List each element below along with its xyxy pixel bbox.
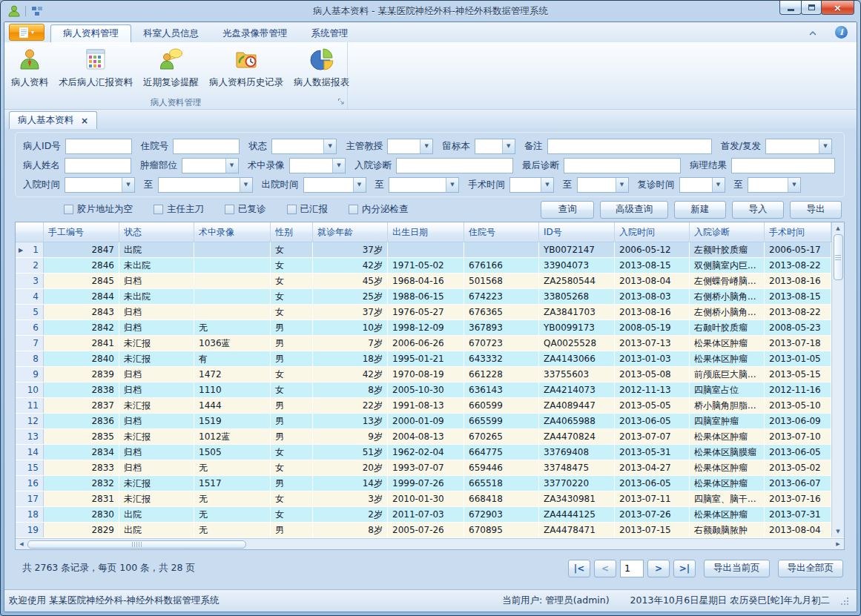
column-header[interactable]: 入院时间 [615, 222, 690, 242]
column-header[interactable]: 性别 [271, 222, 313, 242]
table-row[interactable]: 62842归档无男10岁1998-12-09367893YB0099173200… [16, 320, 831, 336]
table-row[interactable]: 102838归档1110女8岁2005-10-30636143ZA4214073… [16, 382, 831, 398]
checkbox-film-address-empty[interactable]: 胶片地址为空 [64, 203, 133, 216]
status-combo[interactable]: ▼ [271, 139, 337, 154]
column-header[interactable]: 住院号 [464, 222, 539, 242]
app-logo-icon[interactable] [7, 4, 22, 19]
table-row[interactable]: 42844未出院女25岁1988-06-15674223338052682013… [16, 289, 831, 305]
discharge-date-to-picker[interactable]: ▼ [389, 177, 459, 193]
table-row[interactable]: 162832未汇报1517男14岁1999-07-266655183377022… [16, 476, 831, 491]
first-page-button[interactable]: |< [568, 560, 590, 577]
table-row[interactable]: 72841未汇报1036蓝男7岁2006-06-26670723QA002552… [16, 336, 831, 351]
professor-combo[interactable]: ▼ [387, 139, 433, 154]
chevron-down-icon[interactable]: ▼ [240, 178, 252, 192]
resize-grip[interactable] [840, 597, 849, 606]
column-header[interactable]: 手术时间 [765, 222, 831, 242]
first-recur-combo[interactable]: ▼ [765, 139, 832, 154]
chevron-down-icon[interactable]: ▼ [122, 178, 134, 192]
chevron-down-icon[interactable]: ▼ [819, 139, 831, 153]
patient-history-button[interactable]: 病人资料历史记录 [204, 45, 288, 91]
admit-date-from-picker[interactable]: ▼ [65, 177, 135, 193]
horizontal-scrollbar-thumb[interactable] [27, 540, 246, 549]
checkbox-icon[interactable] [287, 205, 297, 214]
pathology-input[interactable] [731, 158, 835, 173]
checkbox-icon[interactable] [225, 205, 234, 214]
surgery-date-to-picker[interactable]: ▼ [577, 177, 629, 193]
chevron-down-icon[interactable]: ▼ [332, 159, 345, 173]
checkbox-revisited[interactable]: 已复诊 [225, 203, 266, 216]
admission-no-input[interactable] [173, 139, 240, 154]
column-header[interactable]: ID号 [539, 222, 615, 242]
table-row[interactable]: 92839归档1472女42岁1970-08-19661228337556032… [16, 367, 831, 382]
chevron-down-icon[interactable]: ▼ [712, 178, 725, 192]
info-icon[interactable]: i [835, 26, 848, 39]
horizontal-scrollbar[interactable]: ◀ ▶ [16, 538, 844, 549]
minimize-button[interactable] [779, 1, 802, 15]
checkbox-icon[interactable] [64, 205, 73, 214]
column-header[interactable]: 出生日期 [388, 222, 464, 242]
scroll-up-icon[interactable]: ▲ [832, 222, 844, 234]
checkbox-chief-surgeon[interactable]: 主任主刀 [154, 203, 204, 216]
chevron-down-icon[interactable]: ▼ [502, 139, 515, 153]
table-row[interactable]: 52843归档女37岁1976-05-27676365ZA38417032013… [16, 305, 831, 320]
checkbox-endocrine-exam[interactable]: 内分泌检查 [349, 203, 409, 216]
export-button[interactable]: 导出 [790, 201, 842, 219]
dialog-launcher-icon[interactable] [337, 97, 345, 107]
patient-data-button[interactable]: 病人资料 [6, 45, 53, 91]
discharge-date-from-picker[interactable]: ▼ [303, 177, 366, 193]
column-header[interactable]: 术中录像 [194, 222, 271, 242]
admission-diag-input[interactable] [396, 158, 513, 173]
query-button[interactable]: 查询 [541, 201, 594, 219]
close-button[interactable]: × [821, 1, 854, 15]
row-indicator-header[interactable] [16, 222, 44, 242]
final-diag-input[interactable] [564, 158, 681, 173]
page-number-input[interactable] [620, 560, 644, 577]
checkbox-reported[interactable]: 已汇报 [287, 203, 329, 216]
scroll-right-icon[interactable]: ▶ [832, 539, 844, 549]
chevron-down-icon[interactable]: ▼ [541, 178, 553, 192]
patient-id-input[interactable] [65, 139, 132, 154]
chevron-down-icon[interactable]: ▼ [788, 178, 800, 192]
export-all-pages-button[interactable]: 导出全部页 [778, 560, 844, 577]
advanced-query-button[interactable]: 高级查询 [600, 201, 668, 219]
layout-icon[interactable] [30, 4, 44, 19]
prev-page-button[interactable]: < [594, 560, 616, 577]
chevron-down-icon[interactable]: ▼ [446, 178, 458, 192]
postop-report-data-button[interactable]: 术后病人汇报资料 [53, 45, 138, 91]
table-row[interactable]: 132835未汇报1012蓝男9岁2004-08-13670265ZA44708… [16, 429, 831, 445]
ribbon-tab-patient-management[interactable]: 病人资料管理 [50, 24, 131, 42]
table-row[interactable]: 172831未汇报无女3岁2010-01-30668418ZA343098120… [16, 491, 831, 507]
chevron-down-icon[interactable]: ▼ [225, 159, 238, 173]
close-tab-icon[interactable]: × [81, 116, 88, 125]
remark-input[interactable] [547, 139, 712, 154]
application-menu-button[interactable]: ▾ [9, 24, 44, 41]
column-header[interactable]: 入院诊断 [690, 222, 765, 242]
patient-name-input[interactable] [65, 158, 131, 173]
table-row[interactable]: 32845归档女45岁1968-04-16501568ZA25805442013… [16, 274, 831, 289]
vertical-scrollbar-thumb[interactable] [834, 234, 843, 280]
tumor-site-combo[interactable]: ▼ [182, 158, 239, 173]
surgery-date-from-picker[interactable]: ▼ [509, 177, 554, 193]
ribbon-tab-staff-info[interactable]: 科室人员信息 [131, 25, 211, 42]
admit-date-to-picker[interactable]: ▼ [158, 177, 253, 193]
checkbox-icon[interactable] [349, 205, 358, 214]
ribbon-tab-disc-tape-management[interactable]: 光盘录像带管理 [211, 25, 300, 42]
ribbon-tab-system-management[interactable]: 系统管理 [300, 25, 360, 42]
collapse-ribbon-icon[interactable] [808, 25, 817, 39]
column-header[interactable]: 就诊年龄 [313, 222, 388, 242]
scroll-down-icon[interactable]: ▼ [832, 526, 844, 537]
revisit-date-to-picker[interactable]: ▼ [748, 177, 801, 193]
table-row[interactable]: 82840未汇报有男18岁1995-01-21643332ZA414306620… [16, 351, 831, 367]
table-row[interactable]: 122836归档1519男13岁2000-01-09665599ZA406598… [16, 414, 831, 429]
table-row[interactable]: ▶12847出院女37岁YB00721472006-05-12左额叶胶质瘤200… [16, 242, 831, 258]
scroll-left-icon[interactable]: ◀ [16, 539, 27, 549]
revisit-reminder-button[interactable]: 近期复诊提醒 [138, 45, 204, 91]
chevron-down-icon[interactable]: ▼ [616, 178, 628, 192]
chevron-down-icon[interactable]: ▼ [420, 139, 432, 153]
export-current-page-button[interactable]: 导出当前页 [704, 560, 770, 577]
specimen-combo[interactable]: ▼ [475, 139, 515, 154]
patient-report-button[interactable]: 病人数据报表 [288, 45, 354, 91]
column-header[interactable]: 状态 [119, 222, 194, 242]
table-row[interactable]: 192829出院无男8岁2005-07-26670895ZA4478471201… [16, 523, 831, 538]
import-button[interactable]: 导入 [732, 201, 784, 219]
